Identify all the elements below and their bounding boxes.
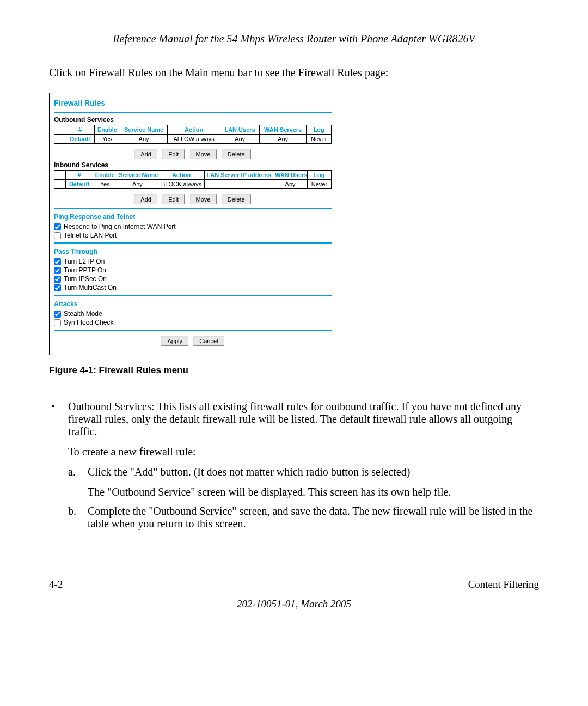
inbound-delete-button[interactable]: Delete xyxy=(222,194,251,204)
synflood-checkbox[interactable] xyxy=(54,319,61,326)
outbound-delete-button[interactable]: Delete xyxy=(222,149,251,159)
outbound-radio-cell[interactable] xyxy=(54,135,66,144)
multicast-checkbox[interactable] xyxy=(54,284,61,291)
inbound-action: BLOCK always xyxy=(158,180,205,189)
inbound-edit-button[interactable]: Edit xyxy=(162,194,185,204)
apply-button[interactable]: Apply xyxy=(161,336,188,346)
col-wan-users: WAN Users xyxy=(273,171,308,180)
outbound-lan-users: Any xyxy=(220,135,259,144)
outbound-row-default[interactable]: Default Yes Any ALLOW always Any Any Nev… xyxy=(54,135,332,144)
outbound-enable: Yes xyxy=(94,135,120,144)
section-divider-1 xyxy=(54,208,332,209)
col-wan-servers: WAN Servers xyxy=(259,125,307,135)
step-b-text: Complete the "Outbound Service" screen, … xyxy=(88,505,539,530)
col-num: # xyxy=(66,125,94,135)
firewall-rules-screenshot: Firewall Rules Outbound Services # Enabl… xyxy=(49,93,336,355)
footer-section: Content Filtering xyxy=(468,579,539,591)
bullet-subhead: To create a new firewall rule: xyxy=(68,446,539,458)
bullet-lead: Outbound Services: This lists all existi… xyxy=(68,400,522,437)
step-a-text: Click the "Add" button. (It does not mat… xyxy=(88,466,410,478)
inbound-lan-server-ip: -- xyxy=(205,180,273,189)
col-num: # xyxy=(65,171,93,180)
section-divider-4 xyxy=(54,330,332,331)
pptp-checkbox[interactable] xyxy=(54,267,61,274)
outbound-move-button[interactable]: Move xyxy=(190,149,217,159)
inbound-num: Default xyxy=(65,180,93,189)
stealth-label: Stealth Mode xyxy=(64,310,102,318)
outbound-edit-button[interactable]: Edit xyxy=(162,149,185,159)
passthrough-heading: Pass Through xyxy=(54,248,332,255)
inbound-enable: Yes xyxy=(93,180,117,189)
screenshot-title: Firewall Rules xyxy=(54,99,332,107)
col-service: Service Name xyxy=(120,125,168,135)
pptp-label: Turn PPTP On xyxy=(64,266,106,274)
l2tp-checkbox[interactable] xyxy=(54,258,61,265)
synflood-label: Syn Flood Check xyxy=(64,319,113,326)
multicast-label: Turn MultiCast On xyxy=(64,284,117,291)
stealth-checkbox[interactable] xyxy=(54,311,61,318)
title-underline xyxy=(54,112,332,113)
col-radio xyxy=(54,171,66,180)
section-divider-2 xyxy=(54,242,332,244)
bullet-marker: • xyxy=(49,400,57,537)
col-log: Log xyxy=(307,125,332,135)
inbound-log: Never xyxy=(307,180,331,189)
col-action: Action xyxy=(167,125,220,135)
inbound-add-button[interactable]: Add xyxy=(134,194,157,204)
outbound-heading: Outbound Services xyxy=(54,116,332,124)
col-radio xyxy=(54,125,66,135)
inbound-wan-users: Any xyxy=(273,180,308,189)
outbound-log: Never xyxy=(307,135,332,144)
col-log: Log xyxy=(307,171,331,180)
inbound-heading: Inbound Services xyxy=(54,161,332,169)
inbound-service: Any xyxy=(117,180,158,189)
inbound-radio-cell[interactable] xyxy=(54,180,66,189)
step-a-marker: a. xyxy=(68,466,80,498)
outbound-add-button[interactable]: Add xyxy=(134,149,157,159)
telnet-lan-label: Telnet to LAN Port xyxy=(64,232,117,239)
footer-page-number: 4-2 xyxy=(49,579,63,591)
outbound-action: ALLOW always xyxy=(167,135,220,144)
inbound-move-button[interactable]: Move xyxy=(190,194,217,204)
step-a-note: The "Outbound Service" screen will be di… xyxy=(88,486,451,498)
col-enable: Enable xyxy=(93,171,117,180)
attacks-heading: Attacks xyxy=(54,300,332,308)
ping-respond-checkbox[interactable] xyxy=(54,223,61,230)
col-action: Action xyxy=(158,171,205,180)
ping-heading: Ping Response and Telnet xyxy=(54,213,332,221)
col-service: Service Name xyxy=(117,171,158,180)
cancel-button[interactable]: Cancel xyxy=(193,336,224,346)
outbound-wan-servers: Any xyxy=(259,135,307,144)
outbound-num: Default xyxy=(66,135,94,144)
telnet-lan-checkbox[interactable] xyxy=(54,232,61,239)
ping-respond-label: Respond to Ping on Internet WAN Port xyxy=(64,223,176,230)
inbound-table: # Enable Service Name Action LAN Server … xyxy=(54,170,332,189)
outbound-service: Any xyxy=(120,135,168,144)
footer-doc-id: 202-10051-01, March 2005 xyxy=(49,598,539,610)
footer-rule xyxy=(49,575,539,575)
inbound-row-default[interactable]: Default Yes Any BLOCK always -- Any Neve… xyxy=(54,180,332,189)
header-rule xyxy=(49,50,539,50)
figure-caption: Figure 4-1: Firewall Rules menu xyxy=(49,365,539,376)
l2tp-label: Turn L2TP On xyxy=(64,258,105,265)
ipsec-label: Turn IPSec On xyxy=(64,275,107,283)
section-divider-3 xyxy=(54,295,332,296)
page-header-title: Reference Manual for the 54 Mbps Wireles… xyxy=(49,33,539,45)
intro-text: Click on Firewall Rules on the Main menu… xyxy=(49,66,539,79)
col-lan-server-ip: LAN Server IP address xyxy=(205,171,273,180)
col-lan-users: LAN Users xyxy=(220,125,259,135)
step-b-marker: b. xyxy=(68,505,80,530)
ipsec-checkbox[interactable] xyxy=(54,276,61,283)
outbound-table: # Enable Service Name Action LAN Users W… xyxy=(54,125,332,144)
col-enable: Enable xyxy=(94,125,120,135)
